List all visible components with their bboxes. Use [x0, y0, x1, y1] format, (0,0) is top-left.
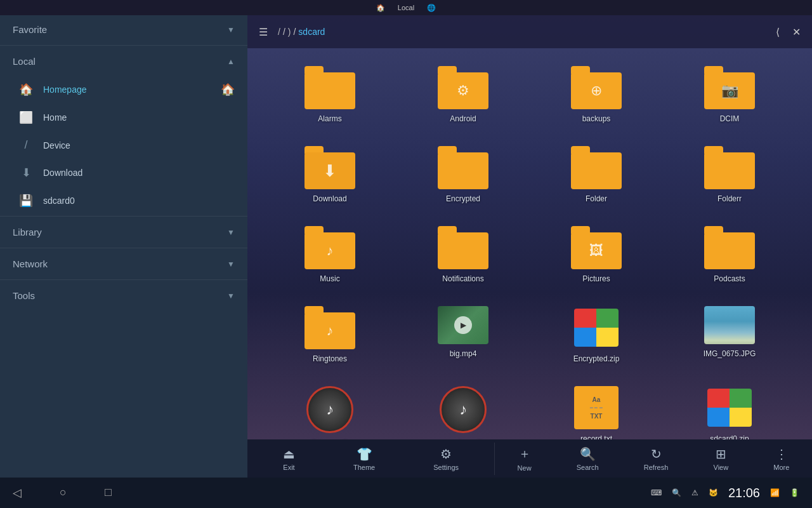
breadcrumb-sep2: /	[293, 27, 296, 37]
toolbar-actions: ⟨ ✕	[771, 22, 806, 42]
refresh-button[interactable]: ↻ Refresh	[634, 443, 679, 475]
sidebar-section-local[interactable]: Local ▲	[0, 47, 247, 76]
refresh-icon: ↻	[651, 446, 662, 462]
divider-4	[0, 279, 247, 280]
close-button[interactable]: ✕	[787, 22, 806, 42]
view-label: View	[714, 464, 729, 471]
folder-icon-encrypted	[438, 146, 488, 189]
new-button[interactable]: ＋ New	[508, 441, 542, 476]
exit-icon: ⏏	[283, 446, 295, 462]
file-item-recordtxt[interactable]: Aa ━ ━ ━ TXT record.txt	[533, 381, 660, 439]
file-item-folder[interactable]: Folder	[533, 141, 660, 208]
settings-button[interactable]: ⚙ Settings	[423, 443, 469, 475]
file-item-encryptedzip[interactable]: Encrypted.zip	[533, 301, 660, 368]
folder-icon-notifications	[438, 226, 488, 269]
theme-button[interactable]: 👕 Theme	[343, 443, 385, 475]
homepage-label: Homepage	[43, 84, 87, 95]
library-chevron: ▼	[227, 228, 235, 237]
file-item-pictures[interactable]: 🖼 Pictures	[533, 221, 660, 288]
back-button[interactable]: ◁	[13, 486, 22, 500]
library-label: Library	[13, 227, 42, 237]
txt-label-icon: TXT	[591, 413, 603, 420]
zip-quadrant-3	[574, 328, 596, 347]
zip-s-quadrant-3	[707, 408, 730, 427]
file-item-bigmp4[interactable]: ▶ big.mp4	[400, 301, 527, 368]
backups-label: backups	[582, 114, 611, 123]
exit-button[interactable]: ⏏ Exit	[273, 443, 305, 475]
home-icon: ⬜	[19, 110, 33, 124]
breadcrumb-mid[interactable]: )	[288, 27, 291, 37]
file-item-alarms[interactable]: Alarms	[266, 61, 393, 128]
folder-icon-backups: ⊕	[571, 66, 622, 109]
file-item-podcasts[interactable]: Podcasts	[666, 221, 793, 288]
view-button[interactable]: ⊞ View	[704, 443, 739, 475]
file-item-img0675[interactable]: IMG_0675.JPG	[666, 301, 793, 368]
zip-s-quadrant-4	[730, 408, 752, 427]
new-icon: ＋	[518, 445, 531, 462]
file-item-encrypted[interactable]: Encrypted	[400, 141, 527, 208]
file-item-sdcard0zip[interactable]: sdcard0.zip	[666, 381, 793, 439]
file-item-music[interactable]: ♪ Music	[266, 221, 393, 288]
music-note-icon: ♪	[326, 401, 334, 418]
sidebar-item-homepage[interactable]: 🏠 Homepage 🏠	[0, 76, 247, 104]
local-chevron: ▲	[227, 57, 235, 66]
settings-label: Settings	[433, 464, 459, 471]
sidebar-section-tools[interactable]: Tools ▼	[0, 281, 247, 310]
home-button[interactable]: ○	[60, 486, 67, 500]
file-item-folderr[interactable]: Folderr	[666, 141, 793, 208]
dcim-folder-icon: 📷	[721, 83, 738, 99]
file-item-dcim[interactable]: 📷 DCIM	[666, 61, 793, 128]
search-button[interactable]: 🔍 Search	[566, 443, 609, 475]
divider-1	[0, 45, 247, 46]
network-sys-icon: 🌐	[427, 4, 436, 12]
sidebar-section-library[interactable]: Library ▼	[0, 218, 247, 246]
recordtxt-label: record.txt	[580, 434, 612, 439]
file-item-notifications[interactable]: Notifications	[400, 221, 527, 288]
file-item-android[interactable]: ⚙ Android	[400, 61, 527, 128]
folder-icon-android: ⚙	[438, 66, 488, 109]
search-label: Search	[577, 464, 599, 471]
collapse-button[interactable]: ⟨	[771, 22, 785, 42]
file-item-download[interactable]: ⬇ Download	[266, 141, 393, 208]
sidebar: Favorite ▼ Local ▲ 🏠 Homepage 🏠 ⬜ Home /…	[0, 15, 247, 478]
sidebar-item-sdcard0[interactable]: 💾 sdcard0	[0, 187, 247, 215]
recent-button[interactable]: □	[105, 486, 112, 500]
home-sys-icon: 🏠	[376, 4, 385, 12]
audio-icon-music: ♪	[440, 386, 487, 433]
network-label: Network	[13, 258, 48, 269]
breadcrumb-root[interactable]: /	[278, 27, 280, 37]
music-folder-icon: ♪	[327, 243, 334, 259]
homepage-icon: 🏠	[19, 83, 33, 97]
keyboard-icon: ⌨	[651, 488, 662, 497]
theme-icon: 👕	[357, 446, 372, 462]
sidebar-section-favorite[interactable]: Favorite ▼	[0, 15, 247, 44]
sidebar-item-device[interactable]: / Device	[0, 131, 247, 159]
zip-quadrant-2	[596, 309, 619, 328]
toolbar: ☰ / / ) / sdcard ⟨ ✕	[247, 15, 812, 48]
view-icon: ⊞	[716, 446, 726, 462]
download-folder-icon: ⬇	[323, 161, 337, 181]
theme-label: Theme	[353, 464, 375, 471]
podcasts-label: Podcasts	[714, 274, 745, 283]
file-item-musicmp3[interactable]: ♪ music.mp3	[400, 381, 527, 439]
main-area: Favorite ▼ Local ▲ 🏠 Homepage 🏠 ⬜ Home /…	[0, 15, 812, 478]
more-label: More	[773, 464, 789, 471]
file-item-listenmp3[interactable]: ♪ listen.mp3	[266, 381, 393, 439]
download-icon: ⬇	[19, 166, 33, 180]
menu-button[interactable]: ☰	[254, 22, 273, 42]
android-folder-icon: ⚙	[457, 83, 469, 99]
sidebar-section-network[interactable]: Network ▼	[0, 250, 247, 278]
bigmp4-label: big.mp4	[450, 349, 477, 358]
android-nav-right: ⌨ 🔍 ⚠ 🐱 21:06 📶 🔋	[651, 486, 799, 500]
folder-icon-dcim: 📷	[704, 66, 755, 109]
notifications-label: Notifications	[442, 274, 483, 283]
download-label: Download	[43, 168, 82, 178]
divider-3	[0, 248, 247, 248]
sidebar-item-home[interactable]: ⬜ Home	[0, 104, 247, 131]
file-item-ringtones[interactable]: ♪ Ringtones	[266, 301, 393, 368]
file-item-backups[interactable]: ⊕ backups	[533, 61, 660, 128]
battery-icon: 🔋	[790, 488, 799, 497]
sidebar-item-download[interactable]: ⬇ Download	[0, 159, 247, 187]
network-chevron: ▼	[227, 260, 235, 269]
more-button[interactable]: ⋮ More	[763, 443, 799, 475]
